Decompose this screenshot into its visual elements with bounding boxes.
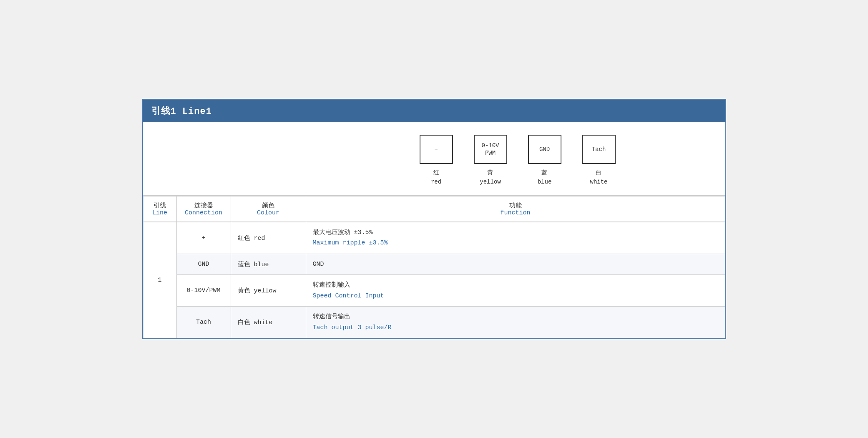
function-cell: 转速控制输入Speed Control Input <box>306 275 725 307</box>
main-table: 引线 Line 连接器 Connection 颜色 Colour 功能 func… <box>143 196 725 339</box>
diagram-section: +红red0-10V PWM黄yellowGND蓝blueTach白white <box>143 122 725 196</box>
function-cell: 最大电压波动 ±3.5%Maximum ripple ±3.5% <box>306 222 725 254</box>
connection-cell: GND <box>176 254 231 275</box>
connector-zh-pwm: 黄 <box>487 169 493 176</box>
line-number-cell: 1 <box>143 222 176 338</box>
connector-pwm: 0-10V PWM黄yellow <box>463 135 518 187</box>
table-row: 0-10V/PWM黄色 yellow转速控制输入Speed Control In… <box>143 275 725 307</box>
table-header-row: 引线 Line 连接器 Connection 颜色 Colour 功能 func… <box>143 196 725 222</box>
table-row: 1+红色 red最大电压波动 ±3.5%Maximum ripple ±3.5% <box>143 222 725 254</box>
header-colour-en: Colour <box>238 209 299 216</box>
connector-en-gnd: blue <box>538 179 552 185</box>
colour-cell: 黄色 yellow <box>231 275 306 307</box>
function-zh: GND <box>313 259 718 270</box>
header-line-en: Line <box>150 209 170 216</box>
header-function-en: function <box>313 209 718 216</box>
connector-label-plus: 红red <box>431 168 441 187</box>
function-cell: GND <box>306 254 725 275</box>
header-colour-zh: 颜色 <box>238 201 299 209</box>
table-row: GND蓝色 blueGND <box>143 254 725 275</box>
page-title: 引线1 Line1 <box>151 106 212 117</box>
header-function-zh: 功能 <box>313 201 718 209</box>
connector-en-pwm: yellow <box>480 179 501 185</box>
function-en: Speed Control Input <box>313 291 718 302</box>
connector-tach: Tach白white <box>572 135 626 187</box>
connector-box-plus: + <box>420 135 453 164</box>
header-line-zh: 引线 <box>150 201 170 209</box>
connector-zh-plus: 红 <box>433 169 439 176</box>
connection-cell: Tach <box>176 307 231 338</box>
header-colour: 颜色 Colour <box>231 196 306 222</box>
function-en: Tach output 3 pulse/R <box>313 322 718 333</box>
connector-label-gnd: 蓝blue <box>538 168 552 187</box>
function-zh: 最大电压波动 ±3.5% <box>313 227 718 238</box>
connector-en-tach: white <box>590 179 607 185</box>
header-line: 引线 Line <box>143 196 176 222</box>
connection-cell: + <box>176 222 231 254</box>
header-function: 功能 function <box>306 196 725 222</box>
connection-cell: 0-10V/PWM <box>176 275 231 307</box>
function-zh: 转速信号输出 <box>313 312 718 322</box>
colour-cell: 白色 white <box>231 307 306 338</box>
connector-zh-gnd: 蓝 <box>541 169 547 176</box>
header-connection: 连接器 Connection <box>176 196 231 222</box>
function-zh: 转速控制输入 <box>313 280 718 291</box>
connector-en-plus: red <box>431 179 441 185</box>
connector-box-pwm: 0-10V PWM <box>474 135 507 164</box>
connector-diagram: +红red0-10V PWM黄yellowGND蓝blueTach白white <box>409 135 626 187</box>
connector-box-tach: Tach <box>582 135 616 164</box>
colour-cell: 红色 red <box>231 222 306 254</box>
colour-cell: 蓝色 blue <box>231 254 306 275</box>
connector-label-pwm: 黄yellow <box>480 168 501 187</box>
table-row: Tach白色 white转速信号输出Tach output 3 pulse/R <box>143 307 725 338</box>
header-connection-en: Connection <box>184 209 224 216</box>
connector-box-gnd: GND <box>528 135 561 164</box>
function-cell: 转速信号输出Tach output 3 pulse/R <box>306 307 725 338</box>
connector-gnd: GND蓝blue <box>518 135 572 187</box>
connector-zh-tach: 白 <box>596 169 601 176</box>
function-en: Maximum ripple ±3.5% <box>313 238 718 249</box>
main-container: 引线1 Line1 +红red0-10V PWM黄yellowGND蓝blueT… <box>142 99 726 339</box>
header-connection-zh: 连接器 <box>184 201 224 209</box>
connector-label-tach: 白white <box>590 168 607 187</box>
connector-plus: +红red <box>409 135 463 187</box>
title-bar: 引线1 Line1 <box>143 100 725 122</box>
